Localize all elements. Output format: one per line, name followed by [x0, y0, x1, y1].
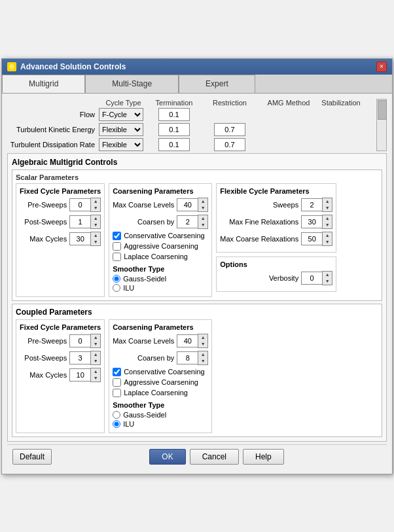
- ilu-row: ILU: [113, 284, 208, 292]
- scalar-coarsening-title: Coarsening Parameters: [113, 187, 208, 195]
- tdr-cycle-select[interactable]: Flexible V-Cycle W-Cycle: [99, 138, 143, 151]
- ok-button[interactable]: OK: [149, 449, 185, 465]
- coarsen-by-down[interactable]: ▼: [198, 222, 207, 228]
- flow-termination-input[interactable]: [158, 108, 190, 121]
- tab-multistage[interactable]: Multi-Stage: [85, 75, 179, 93]
- max-coarse-relax-down[interactable]: ▼: [323, 239, 332, 245]
- scrollbar-thumb[interactable]: [378, 100, 387, 120]
- coupled-pre-sweeps-input[interactable]: [69, 334, 90, 347]
- post-sweeps-spinner: ▲ ▼: [69, 215, 101, 229]
- pre-sweeps-input[interactable]: [69, 198, 90, 211]
- coupled-laplace-row: Laplace Coarsening: [113, 389, 208, 397]
- coupled-post-sweeps-down[interactable]: ▼: [91, 358, 100, 364]
- max-coarse-relax-input[interactable]: [301, 232, 322, 245]
- conservative-coarsening-row: Conservative Coarsening: [113, 232, 208, 240]
- coupled-conservative-checkbox[interactable]: [113, 368, 121, 376]
- coupled-max-coarse-levels-down[interactable]: ▼: [198, 341, 207, 347]
- table-header-area: Cycle Type Termination Restriction AMG M…: [7, 99, 387, 151]
- coarsen-by-row: Coarsen by ▲ ▼: [113, 215, 208, 229]
- table-row: Turbulent Kinetic Energy Flexible V-Cycl…: [7, 123, 387, 136]
- coupled-pre-sweeps-down[interactable]: ▼: [91, 341, 100, 347]
- pre-sweeps-down[interactable]: ▼: [91, 205, 100, 211]
- flow-cycle-type: F-Cycle V-Cycle W-Cycle: [99, 108, 148, 121]
- coupled-post-sweeps-up[interactable]: ▲: [91, 351, 100, 358]
- coarsen-by-up[interactable]: ▲: [198, 215, 207, 222]
- tab-expert[interactable]: Expert: [179, 75, 255, 93]
- laplace-coarsening-label: Laplace Coarsening: [124, 253, 188, 260]
- conservative-coarsening-checkbox[interactable]: [113, 232, 121, 240]
- main-window: ⚙ Advanced Solution Controls × Multigrid…: [1, 58, 393, 474]
- post-sweeps-spinbtns: ▲ ▼: [90, 215, 101, 229]
- verbosity-input[interactable]: [301, 272, 322, 285]
- post-sweeps-up[interactable]: ▲: [91, 215, 100, 222]
- laplace-coarsening-checkbox[interactable]: [113, 253, 121, 261]
- help-button[interactable]: Help: [243, 449, 284, 465]
- close-button[interactable]: ×: [376, 62, 387, 72]
- aggressive-coarsening-checkbox[interactable]: [113, 242, 121, 251]
- coupled-coarsen-by-input[interactable]: [177, 351, 198, 364]
- coupled-max-coarse-levels-label: Max Coarse Levels: [113, 337, 174, 345]
- sweeps-label: Sweeps: [220, 201, 298, 209]
- max-coarse-relax-up[interactable]: ▲: [323, 232, 332, 239]
- coupled-post-sweeps-label: Post-Sweeps: [20, 354, 67, 362]
- max-fine-relax-input[interactable]: [301, 215, 322, 228]
- default-button[interactable]: Default: [12, 449, 52, 465]
- max-cycles-down[interactable]: ▼: [91, 239, 100, 245]
- coupled-max-cycles-up[interactable]: ▲: [91, 368, 100, 375]
- coupled-max-coarse-levels-up[interactable]: ▲: [198, 334, 207, 341]
- sweeps-up[interactable]: ▲: [323, 198, 332, 205]
- coupled-max-cycles-input[interactable]: [69, 368, 90, 381]
- verbosity-up[interactable]: ▲: [323, 272, 332, 278]
- verbosity-down[interactable]: ▼: [323, 278, 332, 285]
- coupled-pre-sweeps-spinbtns: ▲ ▼: [90, 334, 101, 348]
- coupled-coarsen-by-row: Coarsen by ▲ ▼: [113, 351, 208, 365]
- tke-termination-input[interactable]: [158, 123, 190, 136]
- max-coarse-levels-down[interactable]: ▼: [198, 205, 207, 211]
- coupled-gauss-seidel-radio[interactable]: [113, 411, 120, 419]
- max-coarse-levels-up[interactable]: ▲: [198, 198, 207, 205]
- max-coarse-levels-spinbtns: ▲ ▼: [198, 198, 208, 212]
- scrollbar[interactable]: [376, 99, 387, 151]
- tke-restriction-input[interactable]: [214, 123, 245, 136]
- tdr-restriction-input[interactable]: [214, 138, 245, 151]
- max-fine-relax-up[interactable]: ▲: [323, 215, 332, 222]
- tke-cycle-select[interactable]: Flexible V-Cycle W-Cycle: [99, 123, 143, 136]
- cancel-button[interactable]: Cancel: [190, 449, 239, 465]
- post-sweeps-input[interactable]: [69, 215, 90, 228]
- gauss-seidel-radio[interactable]: [113, 275, 120, 283]
- coarsen-by-input[interactable]: [177, 215, 198, 228]
- max-coarse-levels-input[interactable]: [177, 198, 198, 211]
- post-sweeps-down[interactable]: ▼: [91, 222, 100, 228]
- pre-sweeps-spinbtns: ▲ ▼: [90, 198, 101, 212]
- post-sweeps-label: Post-Sweeps: [20, 218, 67, 226]
- coupled-ilu-radio[interactable]: [113, 420, 120, 428]
- coupled-gauss-seidel-label: Gauss-Seidel: [123, 411, 166, 419]
- ilu-radio[interactable]: [113, 284, 120, 292]
- coupled-max-coarse-levels-input[interactable]: [177, 334, 198, 347]
- sweeps-down[interactable]: ▼: [323, 205, 332, 211]
- max-cycles-input[interactable]: [69, 232, 90, 245]
- tke-restriction: [200, 123, 259, 136]
- coupled-aggressive-row: Aggressive Coarsening: [113, 378, 208, 387]
- coupled-max-cycles-down[interactable]: ▼: [91, 375, 100, 381]
- coupled-aggressive-checkbox[interactable]: [113, 378, 121, 387]
- pre-sweeps-up[interactable]: ▲: [91, 198, 100, 205]
- coupled-coarsen-by-down[interactable]: ▼: [198, 358, 207, 364]
- max-fine-relax-down[interactable]: ▼: [323, 222, 332, 228]
- coupled-post-sweeps-input[interactable]: [69, 351, 90, 364]
- flow-cycle-select[interactable]: F-Cycle V-Cycle W-Cycle: [99, 108, 143, 121]
- coarsen-by-spinbtns: ▲ ▼: [198, 215, 208, 229]
- max-fine-relax-label: Max Fine Relaxations: [220, 218, 298, 226]
- max-cycles-up[interactable]: ▲: [91, 232, 100, 239]
- verbosity-row: Verbosity ▲ ▼: [220, 271, 332, 285]
- sweeps-spinbtns: ▲ ▼: [322, 198, 332, 212]
- coupled-ilu-label: ILU: [123, 420, 134, 428]
- coupled-pre-sweeps-up[interactable]: ▲: [91, 334, 100, 341]
- max-coarse-relax-spinner: ▲ ▼: [301, 232, 332, 246]
- coupled-laplace-checkbox[interactable]: [113, 389, 121, 397]
- tab-multigrid[interactable]: Multigrid: [2, 75, 85, 93]
- title-bar: ⚙ Advanced Solution Controls ×: [2, 59, 392, 75]
- tdr-termination-input[interactable]: [158, 138, 190, 151]
- sweeps-input[interactable]: [301, 198, 322, 211]
- coupled-coarsen-by-up[interactable]: ▲: [198, 351, 207, 358]
